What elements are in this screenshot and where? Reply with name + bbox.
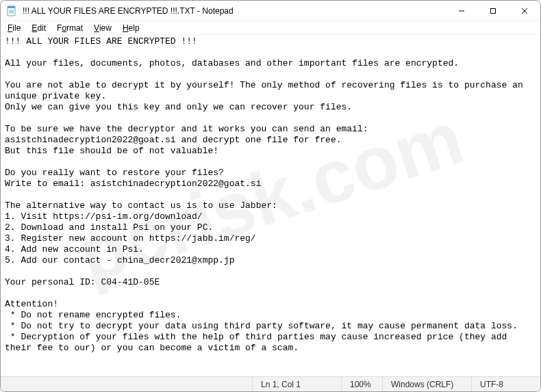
svg-rect-1 [8, 6, 15, 8]
menu-edit[interactable]: Edit [26, 23, 51, 34]
notepad-window: !!! ALL YOUR FILES ARE ENCRYPTED !!!.TXT… [0, 0, 541, 392]
menu-format[interactable]: Format [51, 23, 88, 34]
menubar: File Edit Format View Help [1, 21, 540, 35]
titlebar[interactable]: !!! ALL YOUR FILES ARE ENCRYPTED !!!.TXT… [1, 1, 540, 21]
menu-file[interactable]: File [2, 23, 26, 34]
document-text[interactable]: !!! ALL YOUR FILES ARE ENCRYPTED !!! All… [5, 36, 536, 354]
statusbar: Ln 1, Col 1 100% Windows (CRLF) UTF-8 [1, 376, 540, 391]
notepad-icon [6, 5, 17, 16]
window-title: !!! ALL YOUR FILES ARE ENCRYPTED !!!.TXT… [23, 6, 446, 16]
svg-rect-6 [491, 9, 496, 14]
status-encoding: UTF-8 [472, 377, 540, 391]
menu-view[interactable]: View [88, 23, 117, 34]
status-zoom: 100% [342, 377, 383, 391]
statusbar-spacer [1, 377, 253, 391]
maximize-button[interactable] [477, 1, 509, 21]
window-controls [446, 1, 540, 21]
minimize-button[interactable] [446, 1, 477, 21]
close-button[interactable] [509, 1, 540, 21]
menu-help[interactable]: Help [117, 23, 145, 34]
text-area[interactable]: !!! ALL YOUR FILES ARE ENCRYPTED !!! All… [1, 35, 540, 376]
status-caret: Ln 1, Col 1 [253, 377, 342, 391]
status-line-ending: Windows (CRLF) [383, 377, 472, 391]
